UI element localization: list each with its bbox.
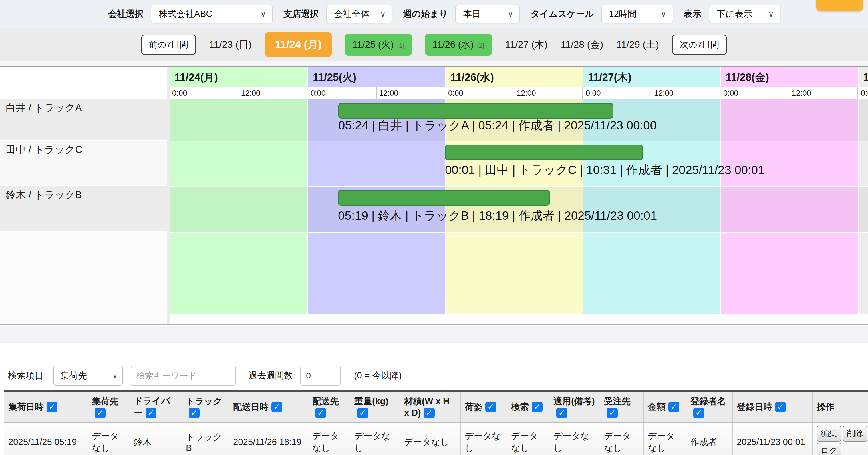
chevron-down-icon: ∨	[260, 10, 266, 19]
date-count-badge: [1]	[397, 42, 405, 49]
schedule-bar-caption: 00:01 | 田中 | トラックC | 10:31 | 作成者 | 2025/…	[445, 163, 765, 177]
time-scale-row: 0:0012:00	[583, 88, 720, 99]
table-cell: データなし	[600, 422, 644, 455]
column-visibility-checkbox[interactable]: ✓	[189, 408, 199, 418]
table-cell: データなし	[644, 422, 686, 455]
prev-7-days-button[interactable]: 前の7日間	[141, 35, 196, 55]
date-item-11-29[interactable]: 11/29 (土)	[616, 38, 659, 51]
display-select[interactable]: 下に表示 ∨	[709, 5, 780, 23]
date-item-11-26[interactable]: 11/26 (水)[2]	[425, 34, 492, 56]
chevron-down-icon: ∨	[661, 10, 666, 19]
time-scale-row: 0:0012:00	[308, 88, 445, 99]
table-cell: 作成者	[686, 422, 733, 455]
time-tick-label: 12:00	[789, 88, 858, 99]
search-field-select[interactable]: 集荷先 ∨	[54, 365, 123, 386]
time-scale-row: 0:0012:00	[446, 88, 583, 99]
column-visibility-checkbox[interactable]: ✓	[485, 401, 496, 413]
branch-select[interactable]: 会社全体 ∨	[326, 5, 392, 23]
day-header-label: 11/25(火)	[308, 67, 445, 88]
schedule-bar[interactable]	[338, 190, 550, 206]
date-item-11-25[interactable]: 11/25 (火)[1]	[345, 34, 412, 56]
schedule-timeline: 11/24(月)0:0012:0011/25(火)0:0012:0011/26(…	[0, 67, 868, 326]
column-visibility-checkbox[interactable]: ✓	[146, 408, 156, 418]
section-gap	[0, 326, 868, 343]
column-visibility-checkbox[interactable]: ✓	[607, 408, 618, 418]
week-start-select[interactable]: 本日 ∨	[455, 5, 520, 23]
column-header-label: 登録者名	[690, 396, 726, 406]
resource-row-label	[0, 232, 167, 325]
time-tick-label: 12:00	[377, 88, 445, 99]
column-visibility-checkbox[interactable]: ✓	[357, 408, 368, 418]
column-visibility-checkbox[interactable]: ✓	[693, 408, 704, 418]
search-keyword-input[interactable]	[131, 365, 236, 386]
column-header-受注先: 受注先✓	[600, 391, 644, 422]
column-header-操作: 操作	[812, 391, 868, 422]
chevron-down-icon: ∨	[380, 10, 385, 19]
week-start-label: 週の始まり	[403, 8, 448, 20]
column-visibility-checkbox[interactable]: ✓	[424, 408, 435, 418]
column-header-label: 集荷日時	[8, 402, 44, 412]
display-label: 表示	[684, 8, 702, 20]
day-header-label: 11/29(土)	[859, 67, 868, 88]
table-cell: データなし	[507, 422, 549, 455]
column-header-label: 登録日時	[737, 402, 772, 412]
schedule-bar-caption: 05:19 | 鈴木 | トラックB | 18:19 | 作成者 | 2025/…	[338, 208, 657, 223]
column-visibility-checkbox[interactable]: ✓	[669, 401, 679, 413]
schedule-bar[interactable]	[338, 103, 614, 119]
table-cell: データなし	[549, 422, 600, 455]
company-select[interactable]: 株式会社ABC ∨	[151, 5, 273, 23]
time-tick-label: 12:00	[239, 88, 308, 99]
timescale-label: タイムスケール	[530, 8, 594, 20]
table-cell: データなし	[350, 422, 400, 455]
column-visibility-checkbox[interactable]: ✓	[315, 408, 326, 418]
table-cell: データなし	[400, 422, 461, 455]
column-header-配送先: 配送先✓	[308, 391, 350, 422]
search-field-label: 検索項目:	[8, 369, 46, 382]
column-header-集荷日時: 集荷日時✓	[4, 391, 88, 422]
week-start-control: 週の始まり 本日 ∨	[403, 5, 520, 23]
branch-select-label: 支店選択	[283, 8, 319, 20]
date-item-11-24-selected[interactable]: 11/24 (月)	[265, 32, 332, 57]
resource-row-label: 白井 / トラックA	[0, 99, 167, 141]
column-visibility-checkbox[interactable]: ✓	[46, 401, 58, 413]
label-column-divider	[167, 67, 170, 325]
date-item-11-27[interactable]: 11/27 (木)	[505, 38, 548, 51]
day-header-label: 11/26(水)	[446, 67, 583, 88]
column-header-重量(kg): 重量(kg)✓	[350, 391, 400, 422]
column-visibility-checkbox[interactable]: ✓	[271, 401, 282, 413]
column-header-label: 金額	[648, 402, 665, 412]
ログ-button[interactable]: ログ	[816, 443, 841, 455]
column-header-label: 操作	[816, 402, 834, 412]
date-item-11-23[interactable]: 11/23 (日)	[209, 38, 252, 51]
schedule-bar[interactable]	[445, 144, 643, 160]
column-header-検索: 検索✓	[507, 391, 549, 422]
column-header-荷姿: 荷姿✓	[461, 391, 507, 422]
column-header-材積(W x H x D): 材積(W x H x D)✓	[400, 391, 461, 422]
date-item-11-28[interactable]: 11/28 (金)	[561, 38, 603, 51]
table-row: 2025/11/25 05:19データなし鈴木トラックB2025/11/26 1…	[4, 422, 868, 455]
column-visibility-checkbox[interactable]: ✓	[532, 401, 542, 413]
timescale-select[interactable]: 12時間 ∨	[601, 5, 673, 23]
next-7-days-button[interactable]: 次の7日間	[672, 35, 727, 55]
column-header-label: 配送先	[312, 396, 339, 406]
time-scale-row: 0:0012:00	[721, 88, 858, 99]
column-visibility-checkbox[interactable]: ✓	[556, 408, 567, 418]
time-tick-label: 12:00	[652, 88, 720, 99]
column-header-label: 検索	[511, 402, 529, 412]
time-tick-label: 0:00	[859, 88, 868, 99]
column-visibility-checkbox[interactable]: ✓	[775, 401, 786, 413]
削除-button[interactable]: 削除	[843, 426, 867, 442]
past-weeks-label: 過去週間数:	[249, 369, 296, 382]
corner-action-button[interactable]	[816, 0, 863, 11]
column-visibility-checkbox[interactable]: ✓	[95, 408, 105, 418]
column-header-label: 荷姿	[465, 402, 483, 412]
column-header-label: トラック	[186, 396, 222, 406]
search-bar: 検索項目: 集荷先 ∨ 過去週間数: (0 = 今以降)	[0, 363, 868, 388]
column-header-金額: 金額✓	[644, 391, 686, 422]
column-header-配送日時: 配送日時✓	[229, 391, 308, 422]
past-weeks-input[interactable]	[300, 365, 341, 386]
resource-row-label: 田中 / トラックC	[0, 141, 167, 186]
編集-button[interactable]: 編集	[816, 426, 841, 442]
orders-table: 集荷日時✓集荷先✓ドライバー✓トラック✓配送日時✓配送先✓重量(kg)✓材積(W…	[4, 390, 868, 455]
orders-table-wrap: 集荷日時✓集荷先✓ドライバー✓トラック✓配送日時✓配送先✓重量(kg)✓材積(W…	[4, 390, 868, 455]
